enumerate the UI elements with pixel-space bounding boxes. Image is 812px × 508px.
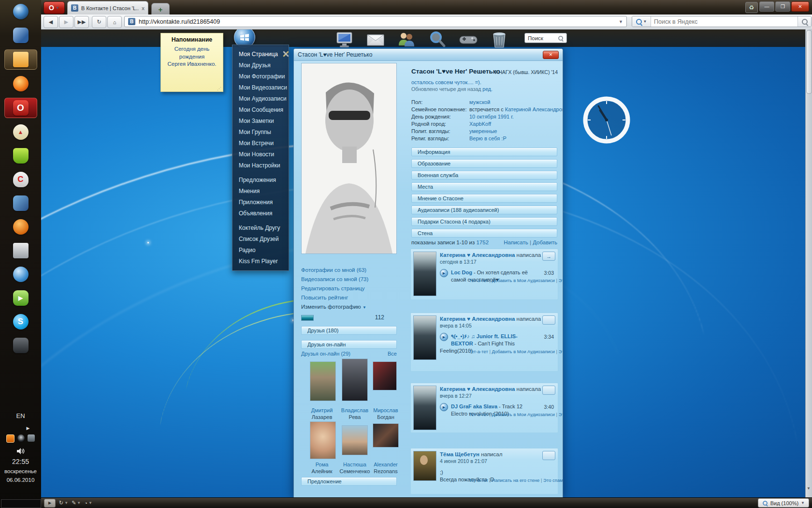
friend-photo[interactable] — [310, 361, 336, 401]
analog-clock-gadget[interactable] — [581, 95, 632, 145]
field-value-link[interactable]: Верю в себя :P — [469, 135, 507, 141]
address-dropdown-icon[interactable]: ▼ — [619, 19, 623, 24]
explorer-icon[interactable] — [13, 28, 29, 43]
edit-link[interactable]: ред. — [482, 86, 493, 92]
friend-photo[interactable] — [373, 423, 399, 448]
all-friends-link[interactable]: Все — [388, 351, 397, 357]
blue-app-icon[interactable] — [13, 195, 29, 211]
friend-first-name-link[interactable]: Владислав — [338, 407, 371, 413]
friend-first-name-link[interactable]: Alexander — [369, 462, 402, 467]
scrollbar-thumb[interactable] — [806, 30, 812, 94]
audio-artist-link[interactable]: Loc Dog — [451, 269, 472, 275]
wall-total-link[interactable]: 1752 — [476, 239, 489, 245]
folder-icon-slot[interactable] — [4, 49, 37, 70]
reminder-note[interactable]: Напоминание Сегодня день рождения Сергея… — [160, 33, 223, 92]
vk-menu-item[interactable]: Мои Фотографии — [232, 71, 289, 82]
reload-button[interactable]: ↻ — [92, 16, 106, 28]
tray-app-icon[interactable] — [6, 434, 14, 443]
play-icon[interactable] — [440, 333, 448, 341]
post-avatar[interactable] — [413, 315, 436, 360]
vk-window-titlebar[interactable]: Стасон 'L♥ve Her' Решетько ✕ — [294, 49, 563, 61]
panel-tools-icon[interactable] — [282, 50, 290, 58]
vk-menu-item[interactable]: Список Друзей — [232, 234, 289, 245]
post-action-link[interactable]: Тет-а-тет — [469, 349, 488, 354]
vk-menu-item[interactable]: Приложения — [232, 197, 289, 208]
post-action-link[interactable]: Тет-а-тет — [469, 412, 488, 417]
post-author-link[interactable]: Катерина ♥ Александровна — [440, 386, 515, 392]
post-action-link[interactable]: Это спам — [543, 478, 563, 483]
minimize-button[interactable]: — — [759, 1, 774, 12]
vk-menu-item[interactable]: Мои Группы — [232, 127, 289, 138]
folder-icon[interactable] — [13, 52, 29, 67]
vk-menu-item[interactable]: Предложения — [232, 175, 289, 186]
tab-close-icon[interactable]: x — [142, 5, 145, 11]
zoom-control[interactable]: Вид (100%) ▼ — [758, 498, 809, 508]
section-bar[interactable]: Стена — [411, 229, 557, 238]
contacts-icon[interactable] — [396, 30, 416, 49]
fast-forward-button[interactable]: ▶▶ — [74, 16, 89, 28]
dock-search-box[interactable]: Поиск — [524, 33, 567, 43]
display-app-icon-slot[interactable] — [5, 336, 37, 355]
maximize-button[interactable]: ❐ — [775, 1, 790, 12]
clock-time[interactable]: 22:55 — [0, 458, 41, 465]
post-action-link[interactable]: Тет-а-тет — [469, 478, 488, 483]
friend-first-name-link[interactable]: Дмитрий — [305, 407, 338, 413]
audio-artist-link[interactable]: DJ GraF aka Slava — [451, 403, 497, 409]
friends-online-bar[interactable]: Друзья он-лайн — [301, 340, 397, 349]
kmplayer-icon-slot[interactable]: ▶ — [5, 288, 37, 308]
firefox-icon[interactable] — [13, 76, 29, 91]
field-value-link[interactable]: Катериной Александровной — [505, 106, 563, 112]
section-bar[interactable]: Места — [411, 182, 557, 191]
vk-menu-item[interactable]: Моя Страница — [232, 49, 289, 60]
vk-menu-item[interactable]: Мои Настройки — [232, 160, 289, 171]
vk-window-close-button[interactable]: ✕ — [543, 51, 559, 59]
section-bar[interactable]: Образование — [411, 159, 557, 168]
post-author-link[interactable]: Катерина ♥ Александровна — [440, 316, 515, 322]
section-bar[interactable]: Подарки Стасона (4 подарка) — [411, 217, 557, 226]
play-icon[interactable] — [440, 269, 448, 277]
search-gadget-icon[interactable] — [428, 30, 447, 49]
section-bar[interactable]: Аудиозаписи (188 аудиозаписей) — [411, 206, 557, 214]
field-value-link[interactable]: умеренные — [469, 128, 497, 134]
post-action-link[interactable]: Это спам — [559, 349, 563, 354]
opera-menu-button[interactable]: O▼ — [44, 1, 65, 14]
home-button[interactable]: ⌂ — [107, 16, 122, 28]
volume-icon[interactable] — [0, 448, 41, 456]
page-scrollbar[interactable]: ▼ — [805, 29, 812, 497]
steam-tray-icon[interactable] — [17, 434, 25, 442]
section-bar[interactable]: Военная служба — [411, 171, 557, 179]
recycle-bin-icon[interactable] — [490, 30, 509, 49]
search-input[interactable] — [651, 18, 798, 25]
post-author-link[interactable]: Катерина ♥ Александровна — [440, 252, 515, 258]
firefox-icon-slot[interactable] — [5, 74, 37, 93]
friend-first-name-link[interactable]: Настюша — [338, 462, 371, 467]
search-go-button[interactable] — [798, 16, 811, 27]
display-app-icon[interactable] — [13, 338, 29, 353]
media-center-icon[interactable] — [13, 4, 29, 19]
vk-menu-item[interactable]: Мои Сообщения — [232, 105, 289, 116]
post-action-link[interactable]: Добавить в Мои Аудиозаписи — [492, 349, 555, 354]
post-action-link[interactable]: Написать на его стене — [492, 478, 540, 483]
post-avatar[interactable] — [413, 386, 436, 430]
round-app-icon-slot[interactable] — [5, 265, 37, 284]
skype-icon[interactable]: S — [13, 314, 29, 329]
profile-link[interactable]: Повысить рейтинг — [301, 293, 398, 302]
field-value-link[interactable]: мужской — [469, 99, 490, 105]
scroll-down-icon[interactable]: ▼ — [807, 486, 811, 491]
friends-online-link[interactable]: Друзья он-лайн (29) — [301, 351, 350, 357]
vk-menu-item[interactable]: Мнения — [232, 186, 289, 197]
printer-icon[interactable] — [13, 243, 29, 258]
mail-icon[interactable] — [366, 30, 385, 49]
opera-icon[interactable]: O — [13, 100, 29, 116]
printer-icon-slot[interactable] — [5, 241, 37, 260]
kiwi-app-icon-slot[interactable] — [5, 217, 37, 237]
vk-menu-item[interactable]: Мои Друзья — [232, 60, 289, 71]
profile-affiliation[interactable]: ХНАГХ (бывш. ХИИКС) '14 — [495, 69, 558, 75]
close-button[interactable]: ✕ — [791, 1, 809, 12]
section-bar[interactable]: Информация — [411, 148, 557, 156]
change-photo-link[interactable]: Изменить фотографию ▼ — [301, 302, 398, 312]
computer-icon[interactable] — [335, 30, 354, 49]
browser-tab[interactable]: В В Контакте | Стасон 'L... x — [67, 1, 148, 15]
offer-bar[interactable]: Предложение — [301, 477, 397, 486]
post-action-link[interactable]: Это спам — [559, 412, 563, 417]
